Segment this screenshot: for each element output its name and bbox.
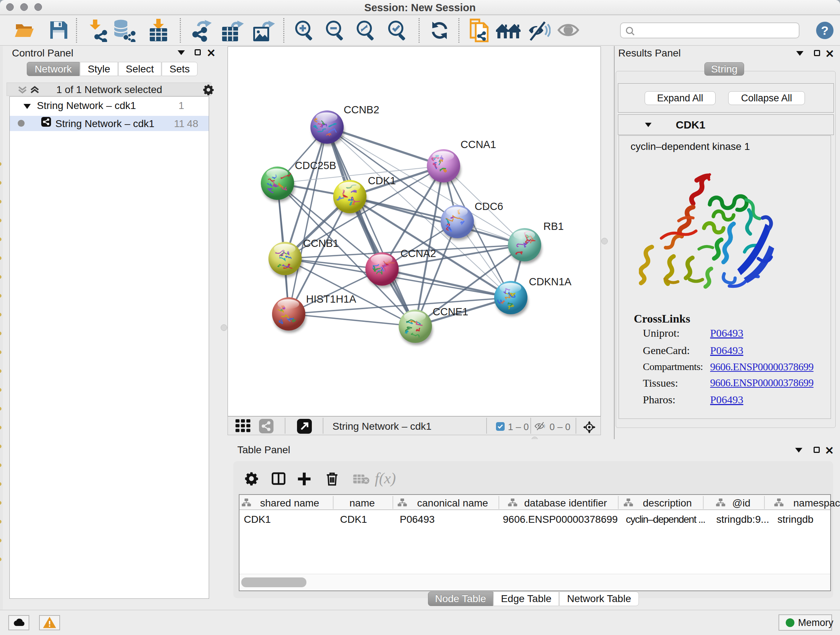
svg-text:CCNA1: CCNA1: [461, 139, 496, 150]
svg-text:CDC6: CDC6: [475, 201, 503, 212]
svg-text:CCNB1: CCNB1: [303, 238, 339, 249]
svg-text:CCNA2: CCNA2: [401, 248, 436, 259]
svg-text:RB1: RB1: [543, 220, 564, 232]
svg-text:CCNB2: CCNB2: [344, 104, 379, 116]
svg-text:CDC25B: CDC25B: [295, 160, 336, 171]
svg-text:CCNE1: CCNE1: [433, 306, 468, 318]
svg-text:CDKN1A: CDKN1A: [529, 276, 572, 287]
svg-text:HIST1H1A: HIST1H1A: [306, 293, 356, 305]
svg-text:CDK1: CDK1: [368, 175, 396, 187]
